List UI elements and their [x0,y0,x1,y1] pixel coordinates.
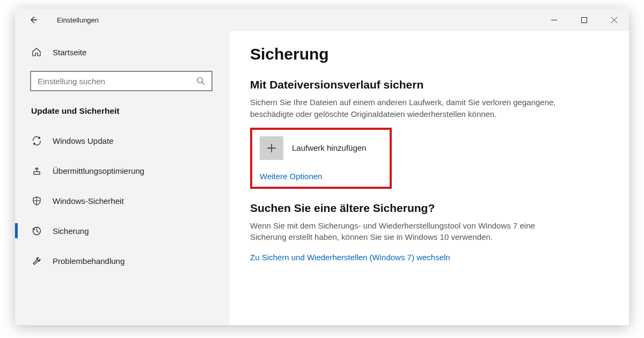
search-box[interactable] [30,71,213,91]
backup-icon [31,226,42,236]
sidebar-home[interactable]: Startseite [15,43,230,61]
delivery-icon [31,166,42,176]
sidebar-item-delivery-optimization[interactable]: Übermittlungsoptimierung [15,156,230,186]
svg-point-1 [197,78,203,83]
window-controls [539,9,629,31]
minimize-icon [551,17,557,23]
search-container [30,71,215,91]
section-desc-older-backup: Wenn Sie mit dem Sicherungs- und Wiederh… [250,220,561,244]
maximize-button[interactable] [569,9,599,31]
sidebar-nav: Windows Update Übermittlungsoptimierung … [15,126,230,276]
more-options-link[interactable]: Weitere Optionen [260,172,322,181]
window-title: Einstellungen [57,16,99,24]
plus-icon [266,143,277,153]
win7-backup-link[interactable]: Zu Sichern und Wiederherstellen (Windows… [250,253,450,262]
minimize-button[interactable] [539,9,569,31]
sidebar-item-windows-update[interactable]: Windows Update [15,126,230,156]
sidebar-item-label: Übermittlungsoptimierung [53,166,144,175]
close-icon [611,17,617,23]
maximize-icon [581,17,587,23]
svg-rect-0 [581,17,587,23]
sidebar-home-label: Startseite [53,48,86,57]
section-title-file-history: Mit Dateiversionsverlauf sichern [250,78,603,91]
svg-rect-2 [34,172,40,174]
home-icon [31,47,42,57]
window-body: Startseite Update und Sicherheit Windows… [15,31,629,325]
sidebar-item-windows-security[interactable]: Windows-Sicherheit [15,186,230,216]
section-title-older-backup: Suchen Sie eine ältere Sicherung? [250,202,603,215]
sidebar-item-troubleshoot[interactable]: Problembehandlung [15,246,230,276]
content-area: Sicherung Mit Dateiversionsverlauf siche… [230,31,629,325]
add-tile [260,136,283,160]
sidebar: Startseite Update und Sicherheit Windows… [15,31,230,325]
add-drive-label: Laufwerk hinzufügen [292,143,366,152]
sidebar-item-label: Windows Update [53,136,113,145]
search-icon [196,77,205,85]
back-arrow-icon [29,16,38,24]
settings-window: Einstellungen Startseite [15,9,629,325]
sidebar-item-label: Problembehandlung [53,256,125,266]
page-title: Sicherung [250,45,603,63]
section-desc-file-history: Sichern Sie Ihre Dateien auf einem ander… [250,97,561,120]
sidebar-group-title: Update und Sicherheit [31,106,230,116]
titlebar: Einstellungen [15,9,629,31]
shield-icon [31,196,42,206]
sidebar-item-label: Windows-Sicherheit [53,196,124,205]
search-input[interactable] [38,77,196,86]
add-drive-button[interactable]: Laufwerk hinzufügen [260,136,382,160]
sidebar-item-backup[interactable]: Sicherung [15,216,230,246]
close-button[interactable] [599,9,629,31]
back-button[interactable] [26,12,41,27]
sidebar-item-label: Sicherung [53,226,89,236]
troubleshoot-icon [31,256,42,266]
sync-icon [31,136,42,146]
highlight-box: Laufwerk hinzufügen Weitere Optionen [250,128,392,189]
